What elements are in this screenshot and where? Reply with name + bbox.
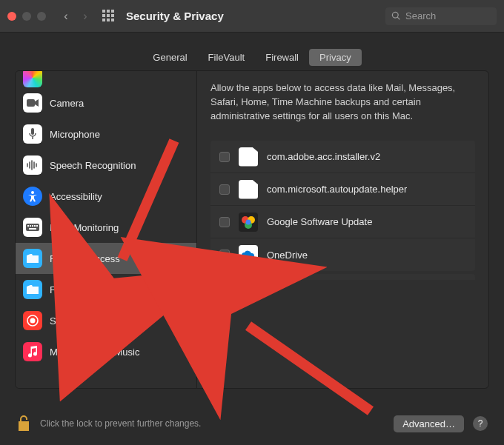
app-row[interactable]: com.adobe.acc.installer.v2	[210, 141, 475, 173]
photos-icon	[23, 71, 42, 87]
search-icon	[391, 11, 401, 21]
generic-file-icon	[239, 180, 258, 199]
media-apple-music-icon	[23, 342, 42, 361]
svg-rect-11	[32, 225, 33, 227]
svg-rect-12	[34, 225, 36, 227]
sidebar-item-label: Camera	[50, 98, 84, 109]
tab-strip: General FileVault Firewall Privacy	[0, 49, 504, 66]
sidebar-item-photos[interactable]: Photos	[16, 71, 196, 87]
sidebar-item-label: Full Disk Access	[50, 253, 120, 264]
privacy-content: Allow the apps below to access data like…	[197, 71, 488, 388]
sidebar-item-speech-recognition[interactable]: Speech Recognition	[16, 150, 196, 181]
sidebar-item-input-monitoring[interactable]: Input Monitoring	[16, 212, 196, 243]
sidebar-item-label: Microphone	[50, 129, 100, 140]
app-list-overflow-peek	[210, 274, 475, 280]
app-row[interactable]: Google Software Update	[210, 206, 475, 238]
sidebar-item-label: Files and Folders	[50, 284, 124, 295]
sidebar-item-camera[interactable]: Camera	[16, 87, 196, 118]
app-checkbox[interactable]	[219, 152, 230, 162]
sidebar-item-screen-recording[interactable]: Screen Recording	[16, 305, 196, 336]
add-remove-segmented: + −	[210, 286, 249, 302]
titlebar: ‹ › Security & Privacy Search	[0, 0, 504, 33]
close-window-button[interactable]	[7, 12, 16, 21]
remove-app-button[interactable]: −	[231, 286, 250, 302]
generic-file-icon	[239, 147, 258, 167]
lock-text: Click the lock to prevent further change…	[40, 418, 201, 429]
accessibility-icon	[23, 187, 42, 206]
microphone-icon	[23, 124, 42, 144]
sidebar-item-label: Accessibility	[50, 191, 102, 202]
app-checkbox[interactable]	[219, 250, 230, 260]
files-and-folders-icon	[23, 280, 42, 299]
svg-point-16	[30, 318, 36, 324]
tab-filevault[interactable]: FileVault	[198, 49, 256, 66]
input-monitoring-icon	[23, 218, 42, 237]
sidebar-item-media-apple-music[interactable]: Media & Apple Music	[16, 336, 196, 367]
privacy-category-sidebar[interactable]: Photos Camera Microphone Speech Recognit…	[16, 71, 197, 388]
search-field[interactable]: Search	[385, 7, 497, 25]
app-row[interactable]: com.microsoft.autoupdate.helper	[210, 173, 475, 206]
search-placeholder: Search	[405, 10, 436, 21]
zoom-window-button[interactable]	[37, 12, 46, 21]
app-name-label: com.adobe.acc.installer.v2	[267, 151, 380, 162]
svg-rect-8	[26, 224, 39, 231]
svg-point-7	[31, 191, 34, 194]
forward-button[interactable]: ›	[79, 10, 92, 23]
speech-recognition-icon	[23, 155, 42, 175]
tab-general[interactable]: General	[142, 49, 197, 66]
app-checkbox[interactable]	[219, 184, 230, 195]
lock-icon[interactable]	[16, 415, 31, 432]
sidebar-item-label: Speech Recognition	[50, 160, 136, 171]
app-row[interactable]: OneDrive	[210, 238, 475, 271]
app-name-label: Google Software Update	[267, 216, 372, 227]
window-controls	[7, 12, 46, 21]
back-button[interactable]: ‹	[59, 10, 73, 23]
add-app-button[interactable]: +	[210, 286, 231, 302]
svg-rect-0	[27, 99, 35, 107]
tab-privacy[interactable]: Privacy	[309, 49, 362, 66]
svg-point-20	[246, 219, 251, 224]
sidebar-item-label: Media & Apple Music	[50, 347, 139, 358]
full-disk-access-icon	[23, 249, 42, 268]
svg-rect-9	[27, 225, 29, 227]
sidebar-item-accessibility[interactable]: Accessibility	[16, 181, 196, 212]
sidebar-item-files-and-folders[interactable]: Files and Folders	[16, 274, 196, 305]
app-list[interactable]: com.adobe.acc.installer.v2 com.microsoft…	[210, 141, 475, 271]
sidebar-item-microphone[interactable]: Microphone	[16, 118, 196, 150]
onedrive-icon	[239, 245, 258, 264]
app-checkbox[interactable]	[219, 217, 230, 227]
svg-rect-1	[31, 128, 34, 135]
advanced-button[interactable]: Advanced…	[394, 415, 464, 432]
svg-rect-14	[29, 228, 36, 230]
privacy-panel: Photos Camera Microphone Speech Recognit…	[15, 70, 489, 389]
sidebar-item-label: Screen Recording	[50, 315, 127, 327]
minimize-window-button[interactable]	[22, 12, 31, 21]
permission-description: Allow the apps below to access data like…	[210, 81, 475, 135]
window-title: Security & Privacy	[126, 10, 224, 22]
sidebar-item-full-disk-access[interactable]: Full Disk Access	[16, 243, 196, 274]
svg-rect-10	[30, 225, 31, 227]
nav-buttons: ‹ ›	[59, 10, 92, 23]
app-name-label: OneDrive	[267, 250, 308, 261]
app-name-label: com.microsoft.autoupdate.helper	[267, 184, 407, 195]
all-prefs-icon[interactable]	[102, 10, 116, 23]
tab-firewall[interactable]: Firewall	[255, 49, 309, 66]
screen-recording-icon	[23, 311, 42, 330]
footer: Click the lock to prevent further change…	[0, 402, 504, 445]
google-software-update-icon	[239, 213, 258, 232]
sidebar-item-label: Input Monitoring	[50, 222, 119, 233]
svg-rect-13	[36, 225, 38, 227]
camera-icon	[23, 93, 42, 113]
help-button[interactable]: ?	[473, 416, 488, 431]
